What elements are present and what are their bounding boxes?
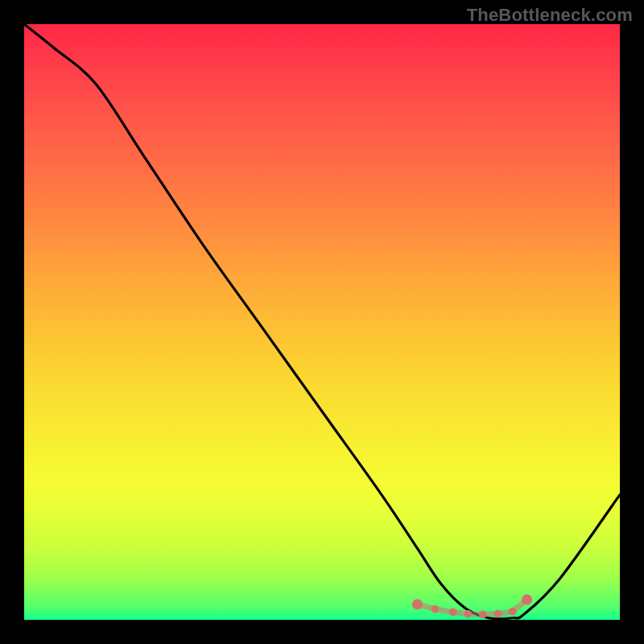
highlight-dot — [479, 611, 487, 619]
highlight-dot — [464, 610, 473, 618]
highlight-dot — [509, 608, 517, 616]
chart-curve — [24, 24, 620, 619]
chart-svg — [24, 24, 620, 620]
watermark-text: TheBottleneck.com — [467, 5, 633, 26]
highlight-dot — [449, 609, 457, 617]
chart-highlight-dots — [412, 594, 532, 618]
highlight-dot — [522, 594, 532, 605]
chart-plot-area — [24, 24, 620, 620]
highlight-dot — [494, 610, 502, 618]
highlight-dot — [412, 599, 423, 609]
highlight-dot — [431, 605, 440, 613]
